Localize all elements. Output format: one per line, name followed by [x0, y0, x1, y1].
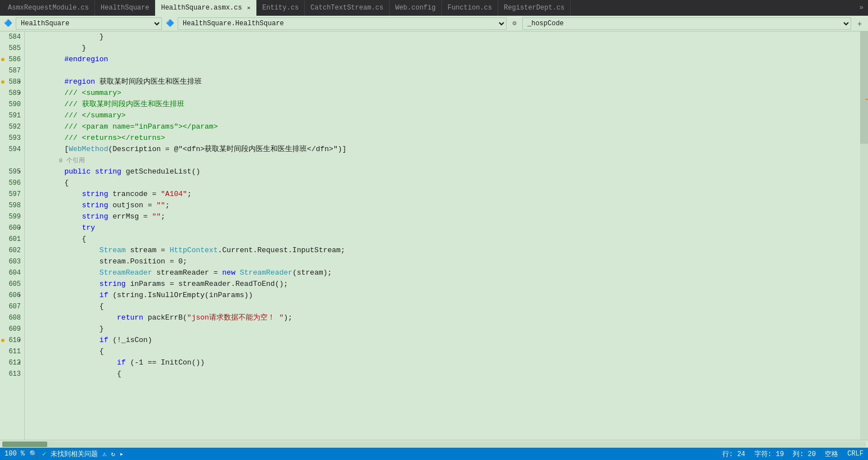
add-button[interactable]: +	[853, 17, 866, 30]
gutter-594: 594	[0, 144, 21, 155]
class-icon: 🔷	[164, 18, 175, 29]
tab-label: CatchTextStream.cs	[310, 4, 383, 12]
gutter-584: 584	[0, 31, 21, 43]
code-line-603: stream.Position = 0;	[29, 256, 860, 267]
line-gutter: 584 585 586 587 588▾ 589▾ 590 591 592 59…	[0, 31, 25, 440]
gutter-607: 607	[0, 301, 21, 312]
code-line-586: #endregion	[29, 54, 860, 65]
code-line-hint: 0 个引用	[29, 155, 860, 166]
gutter-613: 613	[0, 368, 21, 380]
tab-webconfig[interactable]: Web.config	[390, 0, 442, 16]
gutter-602: 602	[0, 245, 21, 256]
code-line-588: #region 获取某时间段内医生和医生排班	[29, 76, 860, 88]
line-info: 行: 24	[722, 449, 745, 459]
tab-label: Function.cs	[447, 4, 492, 12]
gutter-612: 612▾	[0, 357, 21, 368]
code-line-611: {	[29, 346, 860, 357]
gutter-597: 597	[0, 189, 21, 200]
tab-overflow[interactable]: »	[855, 4, 868, 12]
code-line-602: Stream stream = HttpContext.Current.Requ…	[29, 245, 860, 256]
gutter-604: 604	[0, 267, 21, 279]
gutter-609: 609	[0, 324, 21, 335]
code-line-612: if (-1 == InitCon())	[29, 357, 860, 368]
gutter-606: 606▾	[0, 290, 21, 301]
minimap-indicator	[865, 99, 868, 100]
tab-label: Web.config	[395, 4, 436, 12]
class-select[interactable]: HealthSquare.HealthSquare	[178, 17, 507, 30]
code-line-591: /// </summary>	[29, 110, 860, 121]
space-info: 空格	[825, 449, 838, 459]
close-icon[interactable]: ✕	[247, 4, 250, 11]
tab-entity[interactable]: Entity.cs	[257, 0, 305, 16]
project-select[interactable]: HealthSquare	[16, 17, 162, 30]
tab-catchtextstream[interactable]: CatchTextStream.cs	[305, 0, 390, 16]
tab-registerdept[interactable]: RegisterDept.cs	[498, 0, 571, 16]
member-icon: ⚙	[509, 18, 520, 29]
hscroll-track[interactable]	[2, 441, 866, 447]
code-line-594: [WebMethod(Description = @"<dfn>获取某时间段内医…	[29, 144, 860, 155]
tab-function[interactable]: Function.cs	[442, 0, 498, 16]
code-line-593: /// <returns></returns>	[29, 133, 860, 144]
code-line-592: /// <param name="inParams"></param>	[29, 121, 860, 133]
code-line-587	[29, 65, 860, 76]
code-line-613: {	[29, 368, 860, 380]
tab-label: RegisterDept.cs	[504, 4, 564, 12]
gutter-593: 593	[0, 133, 21, 144]
code-line-606: if (string.IsNullOrEmpty(inParams))	[29, 290, 860, 301]
code-line-590: /// 获取某时间段内医生和医生排班	[29, 99, 860, 110]
gutter-590: 590	[0, 99, 21, 110]
code-line-608: return packErrB("json请求数据不能为空！ ");	[29, 312, 860, 324]
arrow-icon: ▸	[120, 450, 124, 458]
gutter-601: 601	[0, 234, 21, 245]
gutter-589: 589▾	[0, 88, 21, 99]
gutter-600: 600▾	[0, 222, 21, 234]
gutter-605: 605	[0, 279, 21, 290]
code-line-600: try	[29, 222, 860, 234]
refresh-icon: ↻	[111, 450, 115, 458]
zoom-level: 100 %	[4, 450, 25, 458]
lineending-info: CRLF	[847, 450, 864, 458]
code-line-597: string trancode = "A104";	[29, 189, 860, 200]
horizontal-scrollbar[interactable]	[0, 440, 868, 448]
toolbar: 🔷 HealthSquare 🔷 HealthSquare.HealthSqua…	[0, 16, 868, 31]
zoom-icon: 🔍	[29, 450, 38, 458]
gutter-611: 611	[0, 346, 21, 357]
gutter-586: 586	[0, 54, 21, 65]
hscroll-thumb[interactable]	[2, 441, 47, 447]
gutter-608: 608	[0, 312, 21, 324]
tab-bar: AsmxRequestModule.cs HealthSquare Health…	[0, 0, 868, 16]
code-line-599: string errMsg = "";	[29, 211, 860, 222]
char-info: 字符: 19	[754, 449, 784, 459]
gutter-591: 591	[0, 110, 21, 121]
gutter-598: 598	[0, 200, 21, 211]
project-icon: 🔷	[2, 18, 13, 29]
code-line-596: {	[29, 177, 860, 189]
member-select[interactable]: _hospCode	[522, 17, 851, 30]
gutter-603: 603	[0, 256, 21, 267]
gutter-592: 592	[0, 121, 21, 133]
gutter-588: 588▾	[0, 76, 21, 88]
statusbar-left: 100 % 🔍 ✓ 未找到相关问题 ⚠ ↻ ▸	[4, 449, 124, 459]
minimap-thumb[interactable]	[860, 31, 868, 144]
code-line-605: string inParams = streamReader.ReadToEnd…	[29, 279, 860, 290]
code-area[interactable]: } } #endregion #region 获取某时间段内医生和医生排班 //…	[25, 31, 860, 440]
statusbar: 100 % 🔍 ✓ 未找到相关问题 ⚠ ↻ ▸ 行: 24 字符: 19 列: …	[0, 448, 868, 460]
gutter-585: 585	[0, 43, 21, 54]
gutter-599: 599	[0, 211, 21, 222]
code-line-610: if (!_isCon)	[29, 335, 860, 346]
code-line-585: }	[29, 43, 860, 54]
gutter-610: 610▾	[0, 335, 21, 346]
code-line-607: {	[29, 301, 860, 312]
tab-healthsquare[interactable]: HealthSquare	[95, 0, 155, 16]
tab-label: HealthSquare.asmx.cs	[161, 4, 242, 12]
code-line-589: /// <summary>	[29, 88, 860, 99]
error-icon: ⚠	[102, 450, 106, 458]
code-line-595: public string getScheduleList()	[29, 166, 860, 177]
code-line-584: }	[29, 31, 860, 43]
gutter-hint	[0, 155, 21, 166]
tab-asmxrequestmodule[interactable]: AsmxRequestModule.cs	[2, 0, 95, 16]
no-issues-label: 未找到相关问题	[51, 449, 98, 459]
tab-label: AsmxRequestModule.cs	[8, 4, 89, 12]
tab-healthsquare-asmx[interactable]: HealthSquare.asmx.cs ✕	[155, 0, 256, 16]
gutter-595: 595▾	[0, 166, 21, 177]
